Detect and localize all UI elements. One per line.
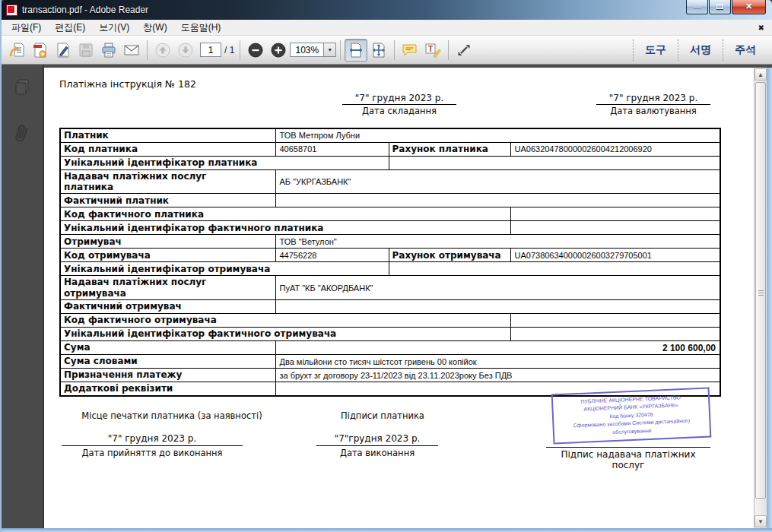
table-row: Надавач платіжних послуг отримувачаПуАТ …: [60, 276, 720, 300]
row-value: [510, 221, 720, 235]
row-label: Унікальний ідентифікатор платника: [60, 156, 389, 169]
row-label: Надавач платіжних послуг отримувача: [60, 276, 275, 300]
menu-window[interactable]: 창(W): [136, 20, 173, 36]
menu-view[interactable]: 보기(V): [92, 20, 136, 36]
row-label: Надавач платіжних послуг платника: [60, 169, 275, 194]
row-label: Сума словами: [60, 355, 275, 369]
page-up-icon: [154, 42, 171, 59]
row-label: Призначення платежу: [60, 369, 275, 382]
menu-help[interactable]: 도움말(H): [174, 20, 228, 36]
toolbar-separator: [394, 40, 395, 60]
sign-panel-button[interactable]: 서명: [678, 43, 723, 57]
content-area: Платіжна інструкція № 182 "7" грудня 202…: [2, 65, 772, 528]
toolbar-separator: [147, 40, 148, 60]
zoom-out-icon: [247, 42, 264, 59]
table-row: Сума2 100 600,00: [60, 341, 720, 355]
zoom-in-button[interactable]: [267, 39, 290, 62]
attachments-button[interactable]: [9, 121, 35, 147]
save-button[interactable]: [75, 39, 97, 62]
date-value-label: Дата валютування: [596, 105, 710, 116]
row-value: [510, 207, 720, 221]
bank-stamp: ПУБЛІЧНЕ АКЦІОНЕРНЕ ТОВАРИСТВО АКЦІОНЕРН…: [551, 387, 712, 444]
minimize-button[interactable]: —: [686, 0, 708, 14]
zoom-level-field[interactable]: 103%: [290, 43, 323, 57]
date-header: "7" грудня 2023 р. Дата складання "7" гр…: [59, 93, 734, 128]
row-label: Унікальний ідентифікатор отримувача: [60, 262, 389, 276]
payment-table: ПлатникТОВ Метпром Лубни Код платника406…: [59, 128, 721, 397]
row-label: Платник: [60, 128, 275, 142]
page-down-icon: [177, 42, 194, 59]
sign-document-button[interactable]: [52, 39, 75, 62]
menu-file[interactable]: 파일(F): [5, 20, 48, 36]
toolbar-right-panel: 도구 서명 주석: [633, 36, 767, 64]
attachments-icon: [12, 122, 32, 145]
text-annotation-button[interactable]: T: [421, 39, 444, 62]
zoom-in-icon: [270, 42, 287, 59]
zoom-out-button[interactable]: [244, 39, 267, 62]
scrollbar-thumb[interactable]: [755, 82, 766, 499]
row-sublabel: Рахунок платника: [389, 142, 510, 156]
open-icon: [8, 41, 27, 59]
table-row: Код фактичного платника: [60, 207, 720, 221]
table-row: Призначення платежуза брухт зг договору …: [60, 369, 720, 382]
scroll-down-icon[interactable]: ▼: [755, 515, 767, 527]
row-label: Сума: [60, 341, 275, 355]
row-value: 40658701: [275, 142, 389, 156]
fit-width-icon: [347, 41, 365, 59]
signature-footer: Місце печатки платника (за наявності) Пі…: [59, 400, 734, 514]
row-value: [389, 262, 720, 276]
page-thumbnails-button[interactable]: [9, 74, 35, 100]
row-value: ТОВ "Ветулон": [275, 235, 720, 249]
toolbar-separator: [340, 40, 341, 60]
amount-value: 2 100 600,00: [275, 341, 720, 355]
comment-panel-button[interactable]: 주석: [723, 43, 767, 57]
fit-page-button[interactable]: [367, 39, 390, 62]
fullscreen-button[interactable]: [453, 39, 475, 62]
row-value: за брухт зг договору 23-11/2023 від 23.1…: [275, 369, 720, 382]
email-icon: [122, 41, 141, 59]
window-border-right: [767, 68, 772, 528]
document-viewport: Платіжна інструкція № 182 "7" грудня 202…: [44, 65, 772, 528]
comment-button[interactable]: [399, 39, 421, 62]
vertical-scrollbar[interactable]: ▲ ▼: [754, 68, 767, 528]
maximize-button[interactable]: [709, 0, 731, 14]
titlebar[interactable]: transaction.pdf - Adobe Reader — ✕: [2, 0, 772, 20]
scroll-up-icon[interactable]: ▲: [755, 68, 767, 81]
row-label: Додаткові реквізити: [60, 382, 275, 396]
window-title: transaction.pdf - Adobe Reader: [22, 5, 148, 15]
zoom-dropdown-button[interactable]: ▾: [323, 43, 336, 57]
tools-panel-button[interactable]: 도구: [634, 43, 678, 57]
page-number-input[interactable]: [200, 43, 221, 57]
fit-width-button[interactable]: [345, 39, 367, 62]
date-composed-block: "7" грудня 2023 р. Дата складання: [342, 93, 456, 116]
row-label: Фактичний отримувач: [60, 300, 275, 314]
execution-date-label: Дата виконання: [316, 446, 438, 458]
date-value-block: "7" грудня 2023 р. Дата валютування: [596, 93, 710, 116]
row-label: Отримувач: [60, 235, 275, 249]
date-composed-label: Дата складання: [342, 105, 456, 116]
open-button[interactable]: [6, 39, 29, 62]
menu-edit[interactable]: 편집(E): [48, 20, 92, 36]
print-button[interactable]: [97, 39, 120, 62]
table-row: ОтримувачТОВ "Ветулон": [60, 235, 720, 249]
document-title: Платіжна інструкція № 182: [59, 78, 734, 90]
row-value: [389, 156, 720, 169]
menubar-close-icon[interactable]: ✖: [758, 24, 764, 32]
email-button[interactable]: [120, 39, 143, 62]
provider-signature-label: Підпис надавача платіжних послуг: [546, 448, 710, 470]
payer-signatures-label: Підписи платника: [310, 410, 455, 421]
row-value: 44756228: [275, 249, 389, 262]
create-pdf-button[interactable]: [29, 39, 52, 62]
acceptance-date: "7" грудня 2023 р.: [62, 433, 243, 446]
execution-date-block: "7"грудня 2023 р. Дата виконання: [316, 433, 438, 458]
close-button[interactable]: ✕: [732, 0, 766, 14]
menu-bar: 파일(F) 편집(E) 보기(V) 창(W) 도움말(H) ✖: [2, 20, 772, 36]
comment-bubble-icon: [401, 41, 419, 59]
row-value: [510, 328, 720, 341]
table-row: Фактичний отримувач: [60, 300, 720, 314]
next-page-button[interactable]: [174, 39, 197, 62]
row-value: Два мільйони сто тисяч шістсот гривень 0…: [275, 355, 720, 369]
row-value: [275, 300, 720, 314]
row-value: ТОВ Метпром Лубни: [275, 128, 720, 142]
previous-page-button[interactable]: [151, 39, 174, 62]
